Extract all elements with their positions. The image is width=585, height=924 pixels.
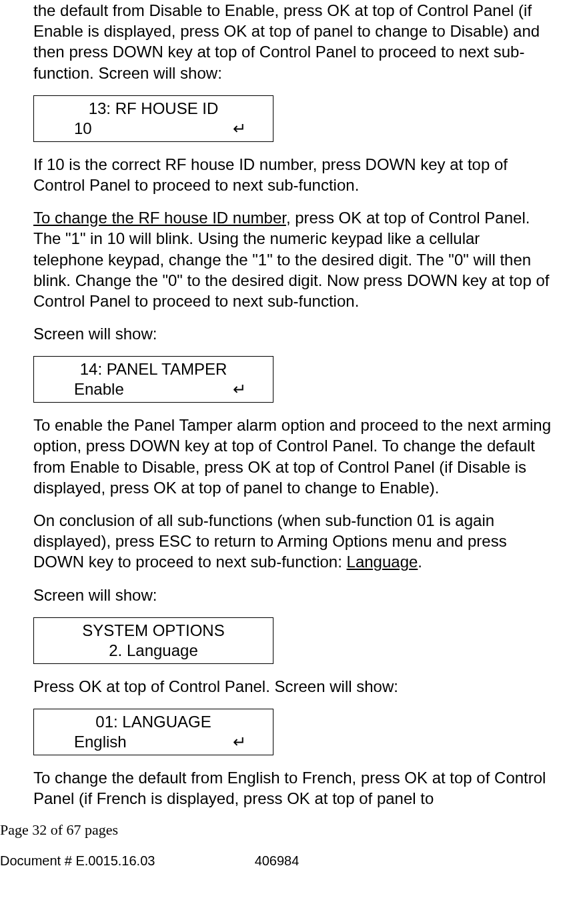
footer-page-number: Page 32 of 67 pages <box>0 821 552 840</box>
paragraph-change-language: To change the default from English to Fr… <box>33 767 552 809</box>
lcd-line1: 13: RF HOUSE ID <box>34 99 273 119</box>
lcd-display-language: 01: LANGUAGE English ↵ <box>33 709 273 755</box>
paragraph-rf-correct: If 10 is the correct RF house ID number,… <box>33 154 552 195</box>
lcd-display-panel-tamper: 14: PANEL TAMPER Enable ↵ <box>33 356 273 403</box>
paragraph-text-a: On conclusion of all sub-functions (when… <box>33 511 507 571</box>
lcd-line2: 10 ↵ <box>34 119 273 139</box>
underlined-phrase: To change the RF house ID number <box>33 209 286 227</box>
underlined-language: Language <box>347 553 418 571</box>
lcd-line2: 2. Language <box>34 641 273 661</box>
paragraph-press-ok: Press OK at top of Control Panel. Screen… <box>33 676 552 697</box>
paragraph-screen-show-2: Screen will show: <box>33 585 552 605</box>
lcd-line1: 01: LANGUAGE <box>34 712 273 732</box>
paragraph-screen-show-1: Screen will show: <box>33 323 552 344</box>
paragraph-change-rf: To change the RF house ID number, press … <box>33 207 552 311</box>
lcd-value: 10 <box>74 119 92 139</box>
lcd-line2: Enable ↵ <box>34 379 273 399</box>
lcd-value: Enable <box>74 379 124 399</box>
lcd-display-rf-house-id: 13: RF HOUSE ID 10 ↵ <box>33 95 273 142</box>
return-icon: ↵ <box>233 119 246 139</box>
lcd-line2: English ↵ <box>34 732 273 752</box>
return-icon: ↵ <box>233 379 246 399</box>
paragraph-text-b: . <box>418 553 422 571</box>
lcd-line1: SYSTEM OPTIONS <box>34 621 273 641</box>
paragraph-conclusion: On conclusion of all sub-functions (when… <box>33 510 552 573</box>
footer-doc-code: 406984 <box>185 852 370 869</box>
paragraph-panel-tamper: To enable the Panel Tamper alarm option … <box>33 415 552 498</box>
lcd-value: English <box>74 732 127 752</box>
footer-spacer <box>369 852 554 869</box>
lcd-display-system-options: SYSTEM OPTIONS 2. Language <box>33 617 273 664</box>
footer-document-info: Document # E.0015.16.03 406984 <box>0 852 554 869</box>
footer-doc-number: Document # E.0015.16.03 <box>0 852 185 869</box>
return-icon: ↵ <box>233 732 246 752</box>
paragraph-intro: the default from Disable to Enable, pres… <box>33 0 552 83</box>
lcd-line1: 14: PANEL TAMPER <box>34 359 273 379</box>
